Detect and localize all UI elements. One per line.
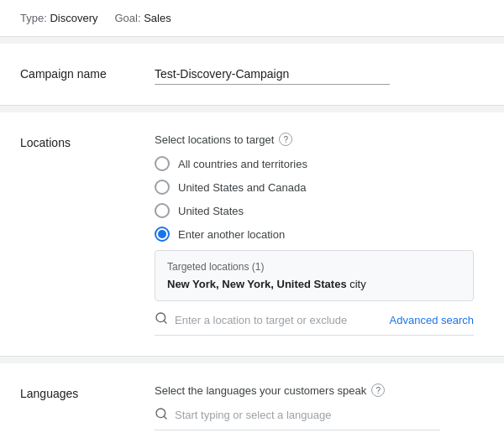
languages-content: Select the languages your customers spea…	[155, 383, 484, 438]
goal-label: Goal:	[115, 12, 141, 24]
type-label-text: Type: Discovery	[20, 12, 98, 24]
radio-circle-another	[155, 227, 170, 242]
type-value: Discovery	[50, 12, 97, 24]
targeted-locations-title: Targeted locations (1)	[167, 261, 461, 273]
language-search-row	[155, 407, 440, 430]
languages-select-text: Select the languages your customers spea…	[155, 384, 366, 397]
location-search-row: Advanced search	[155, 311, 474, 336]
radio-label-all: All countries and territories	[178, 158, 307, 170]
languages-help-icon[interactable]: ?	[371, 383, 385, 397]
targeted-locations-box: Targeted locations (1) New York, New Yor…	[155, 250, 474, 301]
radio-label-another: Enter another location	[178, 228, 285, 241]
radio-circle-all	[155, 156, 170, 171]
type-goal-bar: Type: Discovery Goal: Sales	[0, 0, 504, 37]
radio-us-canada[interactable]: United States and Canada	[155, 180, 484, 195]
campaign-name-section: Campaign name	[0, 44, 504, 106]
language-search-icon	[155, 407, 168, 423]
campaign-name-label: Campaign name	[20, 64, 155, 81]
locations-label: Locations	[20, 133, 155, 149]
language-search-input[interactable]	[175, 409, 440, 421]
locations-help-icon[interactable]: ?	[279, 133, 292, 146]
locations-section: Locations Select locations to target ? A…	[0, 112, 504, 357]
radio-label-us: United States	[178, 205, 244, 217]
languages-select-heading: Select the languages your customers spea…	[155, 383, 484, 397]
location-search-icon	[155, 311, 168, 328]
locations-content: Select locations to target ? All countri…	[155, 133, 484, 336]
radio-another-location[interactable]: Enter another location	[155, 227, 484, 242]
targeted-location-entry: New York, New York, United States city	[167, 278, 461, 290]
radio-all-countries[interactable]: All countries and territories	[155, 156, 484, 171]
campaign-name-input[interactable]	[155, 64, 390, 85]
svg-line-1	[164, 321, 166, 323]
goal-value: Sales	[144, 12, 171, 24]
targeted-location-bold: New York, New York, United States	[167, 278, 347, 290]
advanced-search-link[interactable]: Advanced search	[390, 314, 474, 326]
location-search-input[interactable]	[175, 314, 383, 326]
divider-3	[0, 357, 504, 363]
svg-line-3	[164, 416, 166, 419]
goal-label-text: Goal: Sales	[115, 12, 171, 24]
divider-1	[0, 37, 504, 44]
campaign-name-content	[155, 64, 484, 85]
type-label: Type:	[20, 12, 47, 24]
select-locations-text: Select locations to target	[155, 133, 274, 146]
radio-us[interactable]: United States	[155, 203, 484, 218]
targeted-location-type-text: city	[349, 278, 366, 290]
select-locations-heading: Select locations to target ?	[155, 133, 484, 146]
divider-2	[0, 106, 504, 112]
radio-label-us-canada: United States and Canada	[178, 181, 307, 194]
radio-circle-us-canada	[155, 180, 170, 195]
languages-section: Languages Select the languages your cust…	[0, 363, 504, 438]
languages-label: Languages	[20, 383, 155, 400]
radio-circle-us	[155, 203, 170, 218]
